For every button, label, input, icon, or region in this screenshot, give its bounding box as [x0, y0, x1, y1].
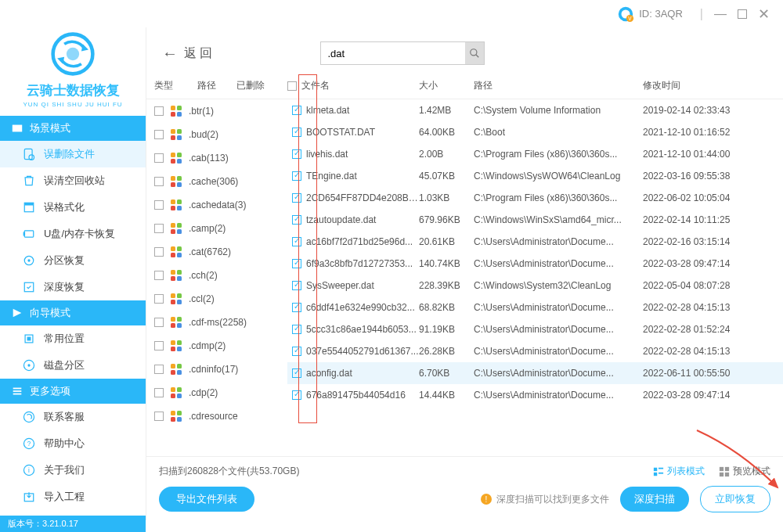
sidebar-item[interactable]: 联系客服	[0, 404, 146, 430]
sidebar-item[interactable]: ?帮助中心	[0, 430, 146, 457]
type-row[interactable]: .bud(2)	[146, 123, 287, 146]
back-button[interactable]: ← 返 回	[162, 45, 212, 63]
type-checkbox[interactable]	[154, 177, 164, 186]
sidebar-item[interactable]: 导入工程	[0, 483, 146, 510]
type-checkbox[interactable]	[154, 341, 164, 350]
file-row[interactable]: 676a891475b44054d1614.44KBC:\Users\Admin…	[287, 384, 783, 406]
sidebar-item-label: 关于我们	[44, 463, 85, 477]
close-button[interactable]: ✕	[756, 4, 771, 24]
sidebar-item[interactable]: i关于我们	[0, 457, 146, 483]
file-checkbox[interactable]	[292, 281, 301, 290]
preview-mode-button[interactable]: 预览模式	[719, 465, 770, 478]
type-checkbox[interactable]	[154, 200, 164, 210]
type-checkbox[interactable]	[154, 106, 164, 116]
type-row[interactable]: .cab(113)	[146, 146, 287, 170]
type-checkbox[interactable]	[154, 318, 164, 327]
col-size[interactable]: 大小	[419, 79, 474, 92]
type-row[interactable]: .cdresource	[146, 404, 287, 428]
type-row[interactable]: .cdf-ms(2258)	[146, 311, 287, 334]
sidebar-item[interactable]: 分区恢复	[0, 247, 146, 274]
topbar: ← 返 回	[146, 27, 783, 73]
type-row[interactable]: .cdmp(2)	[146, 334, 287, 358]
search-input[interactable]	[321, 42, 465, 64]
col-deleted[interactable]: 已删除	[236, 79, 276, 92]
file-checkbox[interactable]	[292, 237, 301, 246]
import-icon	[22, 490, 36, 504]
sidebar-item[interactable]: U盘/内存卡恢复	[0, 221, 146, 247]
file-checkbox[interactable]	[292, 128, 301, 137]
type-row[interactable]: .cch(2)	[146, 264, 287, 287]
sidebar-item[interactable]: 常用位置	[0, 325, 146, 352]
file-row[interactable]: 6f9a3c8bfb7d12727353...140.74KBC:\Users\…	[287, 253, 783, 275]
file-row[interactable]: SysSweeper.dat228.39KBC:\Windows\System3…	[287, 275, 783, 297]
col-type[interactable]: 类型	[154, 79, 197, 92]
file-row[interactable]: 5ccc31c86ae1944b6053...91.19KBC:\Users\A…	[287, 318, 783, 340]
sidebar-item-label: 磁盘分区	[44, 358, 85, 372]
type-row[interactable]: .cdp(2)	[146, 381, 287, 404]
search-box	[320, 41, 485, 65]
file-row[interactable]: BOOTSTAT.DAT64.00KBC:\Boot2021-12-10 01:…	[287, 121, 783, 143]
file-row[interactable]: aconfig.dat6.70KBC:\Users\Administrator\…	[287, 362, 783, 384]
type-checkbox[interactable]	[154, 153, 164, 163]
col-path[interactable]: 路径	[197, 79, 236, 92]
sidebar-item[interactable]: 误清空回收站	[0, 167, 146, 194]
file-checkbox[interactable]	[292, 215, 301, 225]
type-row[interactable]: .camp(2)	[146, 217, 287, 240]
file-checkbox[interactable]	[292, 325, 301, 334]
file-checkbox[interactable]	[292, 149, 301, 159]
file-checkbox[interactable]	[292, 171, 301, 181]
file-checkbox[interactable]	[292, 303, 301, 312]
file-row[interactable]: 2CD654FF87DD4e208BA...1.03KBC:\Program F…	[287, 187, 783, 209]
type-row[interactable]: .ccl(2)	[146, 287, 287, 311]
type-checkbox[interactable]	[154, 412, 164, 421]
svg-rect-87	[177, 411, 182, 415]
col-filepath[interactable]: 路径	[474, 79, 643, 92]
type-checkbox[interactable]	[154, 365, 164, 374]
sidebar-item[interactable]: 磁盘分区	[0, 352, 146, 379]
minimize-button[interactable]: —	[713, 5, 728, 23]
file-checkbox[interactable]	[292, 106, 301, 115]
svg-rect-66	[171, 293, 175, 298]
file-size: 228.39KB	[419, 280, 474, 291]
file-row[interactable]: 037e5544052791d61367...26.28KBC:\Users\A…	[287, 340, 783, 362]
footer: 扫描到260828个文件(共53.70GB) 列表模式 预览模式 导出文件列表	[146, 456, 783, 520]
file-checkbox[interactable]	[292, 193, 301, 203]
type-row[interactable]: .cache(306)	[146, 170, 287, 193]
file-row[interactable]: c6ddf41e6324e990cb32...68.82KBC:\Users\A…	[287, 297, 783, 318]
type-row[interactable]: .cachedata(3)	[146, 193, 287, 217]
maximize-button[interactable]	[738, 9, 747, 19]
type-checkbox[interactable]	[154, 247, 164, 257]
file-time: 2022-03-28 09:47:14	[643, 258, 748, 269]
svg-rect-35	[177, 106, 182, 110]
file-row[interactable]: tzautoupdate.dat679.96KBC:\Windows\WinSx…	[287, 209, 783, 231]
svg-rect-51	[177, 200, 182, 204]
sidebar-item[interactable]: 误删除文件	[0, 141, 146, 167]
svg-rect-96	[720, 472, 723, 476]
file-checkbox[interactable]	[292, 390, 301, 400]
type-checkbox[interactable]	[154, 130, 164, 139]
type-checkbox[interactable]	[154, 271, 164, 280]
type-checkbox[interactable]	[154, 294, 164, 304]
recover-button[interactable]: 立即恢复	[700, 486, 770, 512]
col-filename[interactable]: 文件名	[287, 79, 419, 92]
file-checkbox[interactable]	[292, 368, 301, 378]
list-mode-button[interactable]: 列表模式	[653, 465, 705, 478]
file-row[interactable]: livehis.dat2.00BC:\Program Files (x86)\3…	[287, 143, 783, 165]
file-row[interactable]: TEngine.dat45.07KBC:\Windows\SysWOW64\Cl…	[287, 165, 783, 187]
file-checkbox[interactable]	[292, 259, 301, 268]
type-checkbox[interactable]	[154, 224, 164, 233]
col-time[interactable]: 修改时间	[643, 79, 745, 92]
type-checkbox[interactable]	[154, 388, 164, 397]
deep-scan-button[interactable]: 深度扫描	[620, 487, 689, 512]
type-label: .cachedata(3)	[189, 200, 246, 210]
file-row[interactable]: klmeta.dat1.42MBC:\System Volume Informa…	[287, 99, 783, 121]
sidebar-item[interactable]: 误格式化	[0, 194, 146, 221]
file-row[interactable]: ac16bf7f2d71bd25e96d...20.61KBC:\Users\A…	[287, 231, 783, 253]
type-row[interactable]: .btr(1)	[146, 99, 287, 123]
type-row[interactable]: .cat(6762)	[146, 240, 287, 264]
sidebar-item[interactable]: 深度恢复	[0, 274, 146, 300]
export-button[interactable]: 导出文件列表	[159, 487, 254, 512]
file-checkbox[interactable]	[292, 347, 301, 356]
type-row[interactable]: .cdninfo(17)	[146, 358, 287, 381]
search-button[interactable]	[465, 42, 484, 64]
